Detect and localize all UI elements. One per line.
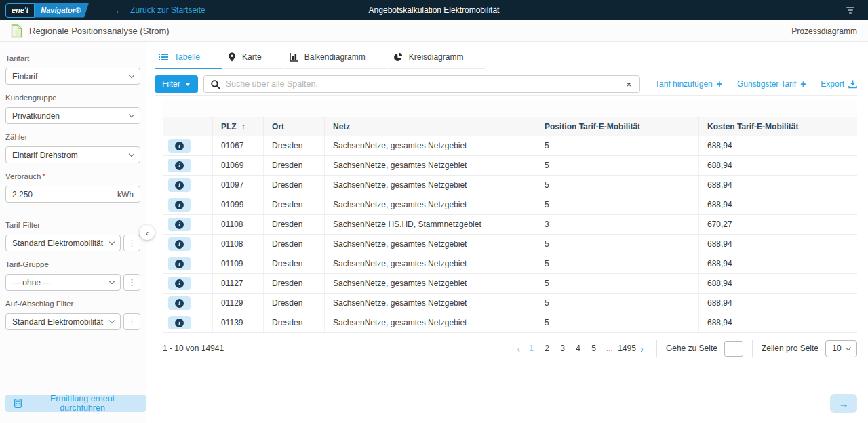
tarif-gruppe-select[interactable]: --- ohne ---	[5, 274, 121, 291]
sort-asc-icon: ↑	[241, 122, 245, 132]
pagination-page[interactable]: 3	[555, 344, 570, 353]
rerun-calculation-button[interactable]: Ermittlung erneut durchführen	[5, 395, 146, 412]
verbrauch-input[interactable]	[12, 190, 117, 199]
table-row: i01127DresdenSachsenNetze, gesamtes Netz…	[163, 274, 857, 294]
table-cell-ort: Dresden	[263, 195, 324, 214]
clear-search-button[interactable]: ×	[625, 79, 633, 89]
info-icon: i	[175, 181, 184, 190]
tab-karte[interactable]: Karte	[224, 51, 283, 69]
auf-abschlag-kebab-button[interactable]: ⋮	[123, 313, 140, 330]
table-cell-position: 3	[536, 215, 698, 234]
filter-button-label: Filter	[162, 79, 180, 89]
info-icon: i	[175, 240, 184, 249]
table-row: i01067DresdenSachsenNetze, gesamtes Netz…	[163, 136, 857, 156]
sidebar-collapse-button[interactable]: ‹	[140, 225, 155, 240]
auf-abschlag-select[interactable]: Standard Elektromobilität	[5, 313, 121, 330]
menu-icon[interactable]	[844, 4, 857, 16]
rows-per-page-select[interactable]: 10	[825, 340, 857, 357]
tarifart-select[interactable]: Eintarif	[5, 68, 140, 85]
rerun-button-label: Ermittlung erneut durchführen	[28, 394, 137, 413]
pagination-page[interactable]: 5	[587, 344, 601, 353]
row-info-button[interactable]: i	[168, 257, 191, 270]
next-page-button[interactable]: ›	[636, 344, 648, 354]
table-cell-ort: Dresden	[263, 176, 324, 195]
pagination-page[interactable]: 4	[571, 344, 585, 353]
pagination-page[interactable]: 1495	[618, 344, 636, 353]
next-step-button[interactable]: →	[830, 394, 857, 413]
tab-balkendiagramm[interactable]: Balkendiagramm	[285, 51, 387, 69]
chevron-down-icon	[129, 112, 134, 117]
filter-button[interactable]: Filter	[155, 75, 198, 93]
field-tarifart: Tarifart Eintarif	[5, 54, 140, 85]
table-cell-plz: 01097	[212, 176, 263, 195]
column-header-netz[interactable]: Netz	[324, 117, 536, 136]
pagination-ellipsis: ...	[602, 344, 616, 353]
column-header-ort[interactable]: Ort	[263, 117, 324, 136]
row-info-button[interactable]: i	[168, 159, 191, 172]
goto-page-input[interactable]	[724, 341, 743, 357]
map-pin-icon	[228, 52, 236, 62]
logo-enet: ene't	[5, 3, 35, 18]
table-cell-position: 5	[536, 136, 698, 155]
column-group-band	[163, 99, 857, 117]
table-cell-ort: Dresden	[263, 274, 324, 293]
prev-page-button[interactable]: ‹	[513, 344, 524, 354]
row-info-button[interactable]: i	[168, 178, 191, 192]
tarif-filter-kebab-button[interactable]: ⋮	[123, 235, 140, 251]
pagination: ‹ 12345...1495 › Gehe zu Seite Zeilen pr…	[513, 340, 857, 357]
search-input[interactable]	[226, 79, 619, 89]
table-cell-info: i	[163, 136, 212, 155]
add-tariff-button[interactable]: Tarif hinzufügen +	[655, 79, 722, 89]
kebab-icon: ⋮	[127, 277, 136, 287]
collapse-chevron-icon: ‹	[146, 228, 149, 238]
pagination-page[interactable]: 1	[524, 344, 538, 353]
field-zaehler: Zähler Eintarif Drehstrom	[5, 132, 140, 163]
table-cell-position: 5	[536, 274, 698, 293]
page-title: Regionale Positionsanalyse (Strom)	[29, 26, 170, 36]
zaehler-select[interactable]: Eintarif Drehstrom	[5, 146, 140, 163]
table-cell-position: 5	[536, 235, 698, 254]
table-cell-kosten: 688,94	[698, 136, 857, 155]
row-info-button[interactable]: i	[168, 139, 191, 153]
tab-tabelle[interactable]: Tabelle	[155, 51, 222, 69]
calculator-icon	[14, 399, 22, 408]
tab-label: Karte	[242, 52, 262, 62]
app-logo[interactable]: ene't Navigator®	[5, 3, 89, 18]
export-label: Export	[821, 79, 844, 89]
export-button[interactable]: Export	[821, 79, 857, 89]
process-diagram-link[interactable]: Prozessdiagramm	[791, 26, 857, 36]
column-header-position[interactable]: Position Tarif-E-Mobilität	[536, 117, 698, 136]
table-row: i01139DresdenSachsenNetze, gesamtes Netz…	[163, 313, 857, 333]
row-info-button[interactable]: i	[168, 277, 191, 290]
tab-label: Balkendiagramm	[304, 52, 366, 62]
row-info-button[interactable]: i	[168, 198, 191, 212]
table-header-row: PLZ ↑ Ort Netz Position Tarif-E-Mobilitä…	[163, 117, 857, 136]
chevron-down-icon	[109, 239, 115, 245]
tab-kreisdiagramm[interactable]: Kreisdiagramm	[389, 51, 486, 69]
table-cell-kosten: 688,94	[698, 274, 857, 293]
row-info-button[interactable]: i	[168, 316, 191, 329]
row-info-button[interactable]: i	[168, 296, 191, 310]
chevron-down-icon	[129, 151, 134, 157]
table-cell-netz: SachsenNetze, gesamtes Netzgebiet	[324, 313, 536, 332]
results-table: PLZ ↑ Ort Netz Position Tarif-E-Mobilitä…	[163, 99, 857, 333]
info-icon: i	[175, 319, 184, 327]
row-info-button[interactable]: i	[168, 218, 191, 231]
column-header-plz[interactable]: PLZ ↑	[212, 117, 263, 136]
cheapest-tariff-button[interactable]: Günstigster Tarif +	[737, 79, 806, 89]
tarif-gruppe-kebab-button[interactable]: ⋮	[123, 274, 140, 291]
row-info-button[interactable]: i	[168, 237, 191, 251]
table-cell-position: 5	[536, 294, 698, 313]
column-header-kosten[interactable]: Kosten Tarif-E-Mobilität	[698, 117, 857, 136]
list-icon	[159, 53, 168, 61]
table-cell-plz: 01139	[212, 313, 263, 332]
tarif-gruppe-label: Tarif-Gruppe	[5, 260, 140, 269]
pagination-pages: 12345...1495	[524, 344, 636, 353]
info-icon: i	[175, 201, 184, 209]
pagination-page[interactable]: 2	[540, 344, 554, 353]
table-cell-plz: 01099	[212, 195, 263, 214]
tarif-filter-select[interactable]: Standard Elektromobilität	[5, 235, 121, 251]
back-to-start-link[interactable]: ← Zurück zur Startseite	[115, 5, 205, 16]
field-auf-abschlag: Auf-/Abschlag Filter Standard Elektromob…	[5, 299, 140, 330]
kundengruppe-select[interactable]: Privatkunden	[5, 107, 140, 124]
